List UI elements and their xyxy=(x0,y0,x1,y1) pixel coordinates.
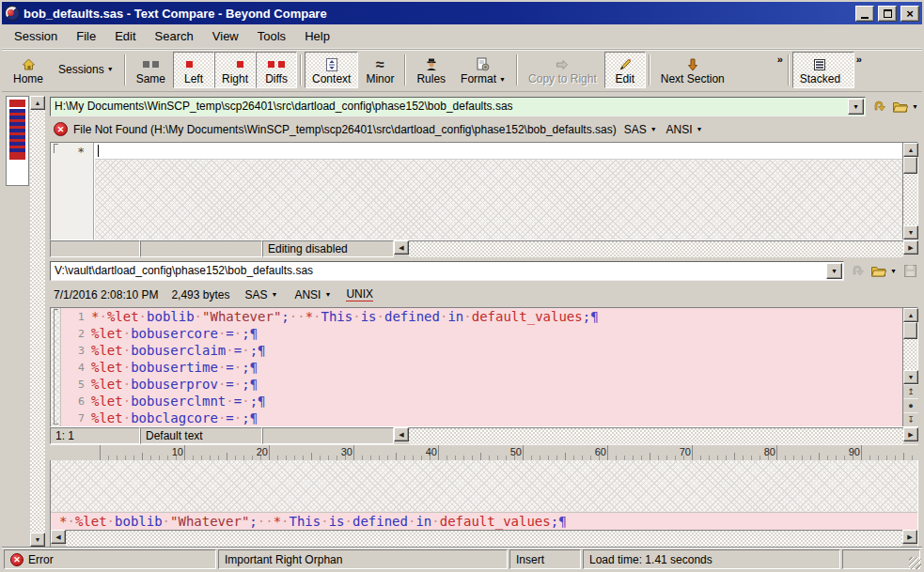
right-format-dropdown[interactable]: SAS ▼ xyxy=(243,288,279,301)
comparison-area: ▲ ▼ H:\My Documents\WinSCP_temp\scp26401… xyxy=(2,92,922,547)
folder-dropdown-icon[interactable]: ▼ xyxy=(890,268,897,274)
scroll-down-button[interactable]: ▼ xyxy=(903,225,918,240)
code-line[interactable]: 2%let·bobusercore·=·;¶ xyxy=(61,325,902,342)
right-editor-code[interactable]: 1*·%let·boblib·"Whatever";··*·This·is·de… xyxy=(61,308,902,426)
home-button[interactable]: Home xyxy=(6,52,51,88)
minimize-button[interactable] xyxy=(855,6,874,22)
maximize-icon xyxy=(884,9,892,18)
ruler-label: 100 xyxy=(920,446,924,457)
left-editor-pane[interactable]: * ▲ ▼ xyxy=(50,142,918,240)
minor-button[interactable]: ≈ Minor xyxy=(358,52,401,88)
toolbar-overflow-chevron[interactable]: » xyxy=(856,54,862,65)
center-diff-button[interactable]: ● xyxy=(903,398,918,412)
status-error-text: Error xyxy=(28,553,54,566)
menu-tools[interactable]: Tools xyxy=(249,26,294,46)
show-same-button[interactable]: Same xyxy=(129,52,173,88)
left-format-dropdown[interactable]: SAS ▼ xyxy=(622,123,659,136)
left-editor-vscrollbar[interactable]: ▲ ▼ xyxy=(902,143,917,240)
swap-sides-icon[interactable] xyxy=(870,99,887,115)
menu-help[interactable]: Help xyxy=(296,26,338,46)
diff-marker: * xyxy=(77,145,85,159)
close-icon: × xyxy=(906,8,914,20)
rules-referee-icon xyxy=(424,56,439,72)
line-number: 5 xyxy=(61,379,91,391)
line-ending-indicator[interactable]: UNIX xyxy=(346,287,373,301)
scroll-up-button[interactable]: ▲ xyxy=(903,308,918,322)
scroll-up-button[interactable]: ▲ xyxy=(903,143,918,157)
resize-grip[interactable] xyxy=(909,557,921,569)
minor-icon: ≈ xyxy=(376,56,384,72)
scroll-right-button[interactable]: ▶ xyxy=(903,240,918,255)
hscroll-track[interactable] xyxy=(409,240,903,257)
status-load-time-cell: Load time: 1.41 seconds xyxy=(583,549,840,569)
stacked-button[interactable]: Stacked xyxy=(792,52,854,88)
toolbar-overflow-chevron[interactable]: » xyxy=(777,54,783,65)
left-editor-line-1[interactable] xyxy=(95,143,902,160)
menu-session[interactable]: Session xyxy=(6,26,66,46)
right-encoding-dropdown[interactable]: ANSI ▼ xyxy=(292,288,333,301)
scroll-left-button[interactable]: ◀ xyxy=(394,427,409,441)
code-line[interactable]: 3%let·bobuserclaim·=·;¶ xyxy=(61,342,902,359)
hscroll-track[interactable] xyxy=(66,530,902,547)
line-text: %let·bobusercore·=·;¶ xyxy=(91,326,258,341)
context-button[interactable]: Context xyxy=(305,52,358,88)
scrollbar-thumb[interactable] xyxy=(903,322,917,339)
browse-folder-icon[interactable] xyxy=(892,99,909,115)
folder-dropdown-icon[interactable]: ▼ xyxy=(912,103,918,110)
sessions-button[interactable]: Sessions ▼ xyxy=(51,52,121,88)
diff-overview-map[interactable] xyxy=(6,96,29,186)
scroll-left-button[interactable]: ◀ xyxy=(51,530,66,544)
ruler-label: 50 xyxy=(497,446,522,457)
close-button[interactable]: × xyxy=(901,6,919,22)
line-text: %let·bobuserclmnt·=·;¶ xyxy=(91,394,266,409)
line-number: 2 xyxy=(61,328,91,340)
rules-button[interactable]: Rules xyxy=(409,52,453,88)
menu-file[interactable]: File xyxy=(68,26,104,46)
left-path-dropdown-button[interactable]: ▼ xyxy=(848,99,864,115)
format-button[interactable]: Format ▼ xyxy=(453,52,513,88)
hscroll-track[interactable] xyxy=(409,427,903,444)
show-left-button[interactable]: Left xyxy=(173,52,214,88)
left-pane-info-row: ✕ File Not Found (H:\My Documents\WinSCP… xyxy=(48,118,920,142)
right-status-cell-3 xyxy=(262,427,394,444)
scroll-right-button[interactable]: ▶ xyxy=(903,427,918,441)
right-encoding-value: ANSI xyxy=(294,288,321,301)
menu-view[interactable]: View xyxy=(204,26,247,46)
scroll-up-button[interactable]: ▲ xyxy=(30,96,45,110)
left-path-text[interactable]: H:\My Documents\WinSCP_temp\scp26401\src… xyxy=(51,100,848,113)
code-line[interactable]: 7%let·bobclagcore·=·;¶ xyxy=(61,410,902,426)
scroll-left-button[interactable]: ◀ xyxy=(394,240,409,255)
file-not-found-text: File Not Found (H:\My Documents\WinSCP_t… xyxy=(73,123,617,136)
right-editor-vscrollbar[interactable]: ▲ ▼ ↥ ● ↧ xyxy=(902,308,917,426)
next-diff-button[interactable]: ↧ xyxy=(903,412,918,426)
code-line[interactable]: 6%let·bobuserclmnt·=·;¶ xyxy=(61,393,902,410)
prev-diff-button[interactable]: ↥ xyxy=(903,384,918,398)
next-section-button[interactable]: Next Section xyxy=(653,52,744,88)
menu-edit[interactable]: Edit xyxy=(106,26,144,46)
left-status-cell-1 xyxy=(50,240,140,257)
maximize-button[interactable] xyxy=(878,6,897,22)
detail-line-text: *·%let·boblib·"Whatever";··*·This·is·def… xyxy=(59,514,567,529)
browse-folder-icon[interactable] xyxy=(870,263,887,279)
show-diffs-button[interactable]: Diffs xyxy=(256,52,297,88)
code-line[interactable]: 1*·%let·boblib·"Whatever";··*·This·is·de… xyxy=(61,308,902,325)
show-right-button[interactable]: Right xyxy=(214,52,256,88)
scroll-right-button[interactable]: ▶ xyxy=(902,530,917,544)
ruler-label: 40 xyxy=(413,446,437,457)
scrollbar-thumb[interactable] xyxy=(903,157,917,174)
left-encoding-dropdown[interactable]: ANSI ▼ xyxy=(665,123,705,136)
left-path-combo[interactable]: H:\My Documents\WinSCP_temp\scp26401\src… xyxy=(50,97,866,116)
right-path-combo[interactable]: V:\vault\dartload_config\phase152\bob_de… xyxy=(50,261,844,281)
right-path-dropdown-button[interactable]: ▼ xyxy=(826,263,842,279)
session-scrollbar[interactable]: ▲ ▼ xyxy=(30,96,45,547)
menu-search[interactable]: Search xyxy=(147,26,202,46)
code-line[interactable]: 5%let·bobuserprov·=·;¶ xyxy=(61,376,902,393)
right-path-text[interactable]: V:\vault\dartload_config\phase152\bob_de… xyxy=(51,264,826,277)
scroll-down-button[interactable]: ▼ xyxy=(30,533,45,547)
scroll-down-button[interactable]: ▼ xyxy=(903,370,918,384)
home-label: Home xyxy=(13,72,43,85)
edit-button[interactable]: Edit xyxy=(604,52,646,88)
detail-current-line[interactable]: *·%let·boblib·"Whatever";··*·This·is·def… xyxy=(51,512,917,530)
code-line[interactable]: 4%let·bobusertime·=·;¶ xyxy=(61,359,902,376)
right-editor-pane[interactable]: 1*·%let·boblib·"Whatever";··*·This·is·de… xyxy=(50,307,918,427)
